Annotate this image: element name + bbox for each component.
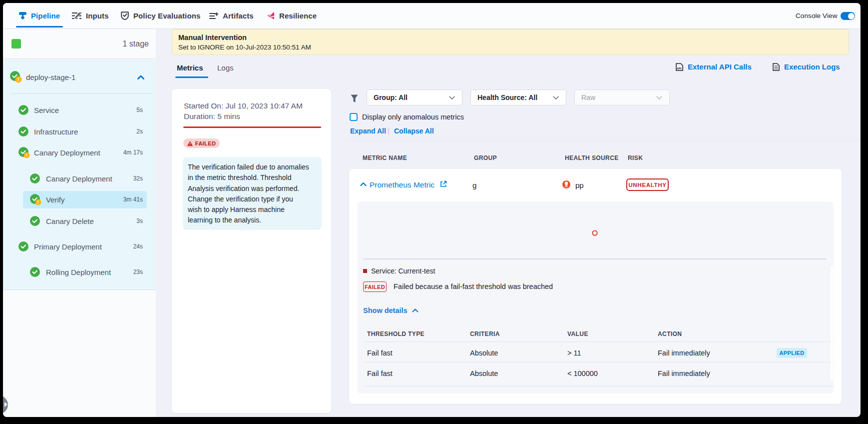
svg-text:!: ! <box>26 152 27 158</box>
svg-text:!: ! <box>18 77 19 82</box>
svg-text:API: API <box>677 67 682 70</box>
svg-text:!: ! <box>37 200 39 204</box>
